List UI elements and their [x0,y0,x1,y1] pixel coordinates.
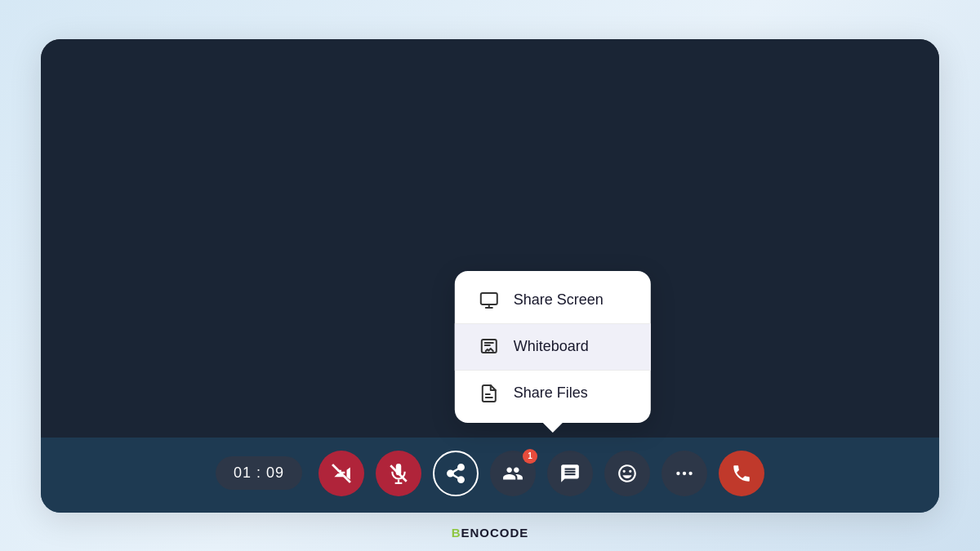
chat-button[interactable] [547,451,593,496]
svg-point-14 [683,471,686,474]
menu-item-share-files[interactable]: Share Files [455,371,651,416]
svg-point-13 [676,471,679,474]
participants-button[interactable]: 1 [490,451,536,496]
file-icon [478,384,501,403]
whiteboard-label: Whiteboard [514,338,589,355]
participants-badge: 1 [523,449,537,464]
call-timer: 01 : 09 [216,456,302,490]
brand-name: ENOCODE [461,526,529,540]
menu-item-whiteboard[interactable]: Whiteboard [455,324,651,370]
video-area: Share Screen Whiteboard [41,39,939,513]
share-popup-menu: Share Screen Whiteboard [455,271,651,423]
mic-toggle-button[interactable] [376,451,421,496]
svg-line-11 [452,474,458,478]
share-button[interactable] [433,451,479,496]
share-screen-label: Share Screen [514,291,604,309]
monitor-icon [478,291,501,310]
reactions-button[interactable] [604,451,650,496]
more-button[interactable] [662,451,707,496]
menu-item-share-screen[interactable]: Share Screen [455,278,651,323]
brand-logo: BENOCODE [452,526,529,540]
end-call-button[interactable] [719,451,764,496]
whiteboard-icon [478,337,501,357]
main-card: Share Screen Whiteboard [41,39,939,513]
video-toggle-button[interactable] [318,451,364,496]
svg-rect-0 [481,293,497,304]
control-bar: 01 : 09 [41,438,939,513]
svg-point-15 [688,471,692,474]
brand-accent: B [452,526,461,540]
share-files-label: Share Files [514,384,588,402]
svg-line-12 [452,469,458,472]
